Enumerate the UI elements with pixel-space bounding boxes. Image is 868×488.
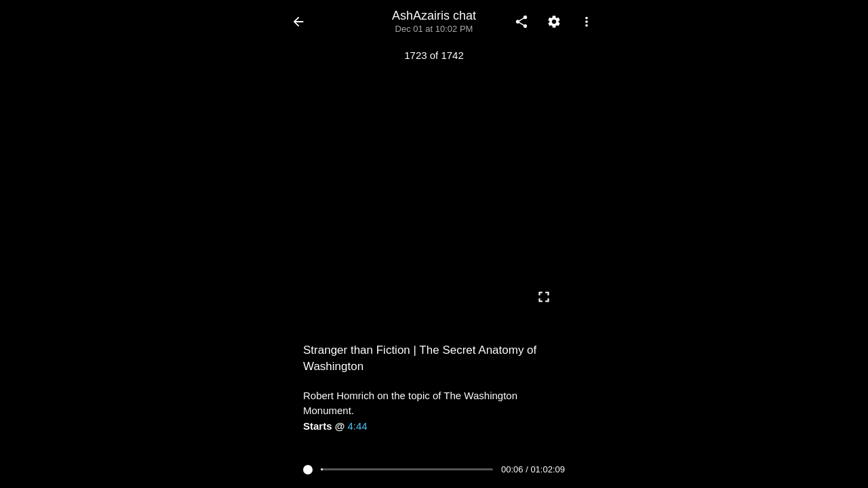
progress-thumb[interactable] bbox=[303, 465, 313, 474]
header: AshAzairis chat Dec 01 at 10:02 PM bbox=[0, 0, 868, 43]
video-player[interactable] bbox=[303, 75, 565, 352]
video-description: Robert Homrich on the topic of The Washi… bbox=[303, 388, 565, 434]
header-actions bbox=[508, 8, 600, 35]
more-button[interactable] bbox=[573, 8, 600, 35]
settings-button[interactable] bbox=[540, 8, 568, 35]
progress-fill bbox=[321, 468, 323, 470]
message-counter: 1723 of 1742 bbox=[0, 49, 868, 61]
starts-label: Starts @ bbox=[303, 420, 344, 432]
video-title: Stranger than Fiction | The Secret Anato… bbox=[303, 342, 565, 375]
progress-time: 00:06 / 01:02:09 bbox=[501, 464, 565, 474]
progress-track[interactable] bbox=[321, 468, 493, 470]
chat-title: AshAzairis chat bbox=[392, 9, 476, 24]
share-button[interactable] bbox=[508, 8, 535, 35]
header-title-group: AshAzairis chat Dec 01 at 10:02 PM bbox=[392, 9, 476, 34]
progress-area: 00:06 / 01:02:09 bbox=[303, 464, 565, 474]
back-button[interactable] bbox=[285, 8, 312, 35]
video-desc-text: Robert Homrich on the topic of The Washi… bbox=[303, 390, 517, 417]
fullscreen-button[interactable] bbox=[532, 285, 556, 309]
chat-subtitle: Dec 01 at 10:02 PM bbox=[395, 24, 473, 35]
timestamp-link[interactable]: 4:44 bbox=[347, 420, 367, 432]
content-area: Stranger than Fiction | The Secret Anato… bbox=[303, 342, 565, 434]
